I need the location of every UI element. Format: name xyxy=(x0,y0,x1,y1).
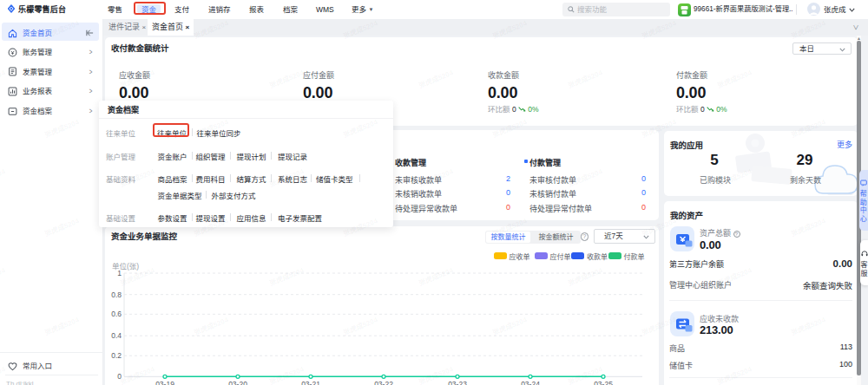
svg-text:03-24: 03-24 xyxy=(521,380,540,385)
svg-text:0.6: 0.6 xyxy=(111,310,122,318)
svg-text:03-19: 03-19 xyxy=(155,380,174,385)
svg-text:03-25: 03-25 xyxy=(594,380,613,385)
svg-text:03-21: 03-21 xyxy=(301,380,320,385)
svg-text:0.8: 0.8 xyxy=(111,290,122,299)
svg-text:03-20: 03-20 xyxy=(228,380,247,385)
svg-text:03-23: 03-23 xyxy=(448,380,467,385)
svg-text:03-22: 03-22 xyxy=(374,380,393,385)
svg-text:0: 0 xyxy=(117,372,122,381)
svg-text:0.4: 0.4 xyxy=(111,331,122,340)
svg-text:0.2: 0.2 xyxy=(111,351,122,360)
svg-text:1: 1 xyxy=(117,269,122,277)
